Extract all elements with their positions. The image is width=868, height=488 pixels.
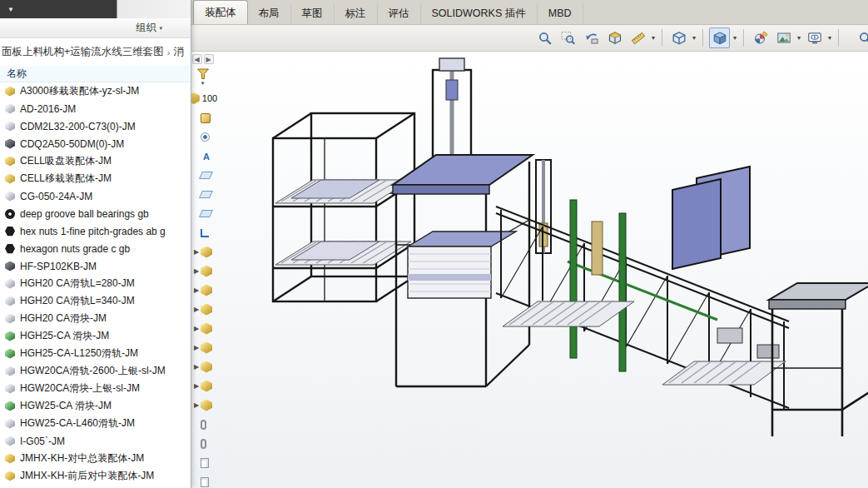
featuremanager-node[interactable]: ▶ xyxy=(193,261,212,281)
zoom-to-area-icon[interactable] xyxy=(558,27,578,48)
tray-stack[interactable] xyxy=(408,232,516,298)
featuremanager-node[interactable]: ▶ xyxy=(193,376,212,396)
organize-button[interactable]: 组织 ▾ xyxy=(136,21,162,35)
expand-arrow-icon[interactable]: ▶ xyxy=(193,248,200,256)
ribbon-tab[interactable]: 布局 xyxy=(248,3,291,24)
featuremanager-node[interactable]: ▶ xyxy=(193,319,212,338)
mid-roller-bed[interactable] xyxy=(503,301,634,326)
featuremanager-node[interactable]: ▶ xyxy=(193,300,212,319)
file-row[interactable]: hexagon nuts grade c gb xyxy=(0,240,191,257)
file-row[interactable]: A3000移栽装配体-yz-sl-JM xyxy=(0,82,191,100)
pane-collapse-left-icon[interactable]: ◀ xyxy=(192,54,202,64)
apply-scene-caret[interactable]: ▾ xyxy=(797,27,801,48)
view-orientation-caret[interactable]: ▾ xyxy=(692,27,696,48)
edit-appearance-icon[interactable] xyxy=(750,27,771,48)
ribbon-tab[interactable]: 标注 xyxy=(335,3,378,24)
file-row[interactable]: JMHX-KH-前后对中装配体-JM xyxy=(0,467,191,485)
featuremanager-node[interactable]: ▶ xyxy=(193,338,212,357)
display-style-icon[interactable] xyxy=(709,27,730,48)
zoom-to-fit-icon[interactable] xyxy=(534,27,555,48)
file-row[interactable]: HGH20 CA滑块-JM xyxy=(0,310,191,327)
caret-down-icon[interactable]: ▾ xyxy=(201,80,205,87)
featuremanager-node[interactable]: ▶ xyxy=(193,357,212,376)
file-row[interactable]: HGW25-CA 滑块-JM xyxy=(0,397,191,415)
ribbon-tab[interactable]: 草图 xyxy=(291,3,335,24)
file-row[interactable]: HF-SP102KB-JM xyxy=(0,257,191,275)
ribbon-tab[interactable]: MBD xyxy=(538,3,583,24)
file-row[interactable]: CDQ2A50-50DM(0)-JM xyxy=(0,135,191,152)
breadcrumb-folder[interactable]: 面板上料机构+运输流水线三维套图 xyxy=(2,45,164,59)
featuremanager-node[interactable]: ▶ xyxy=(193,396,212,415)
file-row[interactable]: CELL吸盘装配体-JM xyxy=(0,152,191,170)
conveyor-box-2[interactable] xyxy=(757,345,779,358)
filter-button[interactable]: ▾ xyxy=(196,68,210,87)
file-row[interactable]: JMHX-KH-对中总装配体-JM xyxy=(0,450,191,467)
file-row[interactable]: HGH25-CA-L1250滑轨-JM xyxy=(0,345,191,362)
file-row[interactable]: I-G05`-JM xyxy=(0,432,191,450)
column-header-name[interactable]: 名称 xyxy=(0,66,191,82)
file-row[interactable]: AD-2016-JM xyxy=(0,100,191,117)
green-post-1[interactable] xyxy=(570,200,577,358)
featuremanager-node[interactable] xyxy=(193,166,212,185)
left-loader-frame[interactable] xyxy=(273,113,414,301)
file-row[interactable]: deep groove ball bearings gb xyxy=(0,205,191,222)
featuremanager-node[interactable] xyxy=(193,472,212,488)
file-row[interactable]: CDM2L32-200-C73(0)-JM xyxy=(0,117,191,135)
breadcrumb[interactable]: 面板上料机构+运输流水线三维套图 › 消 xyxy=(0,38,191,66)
file-row[interactable]: HGH25-CA 滑块-JM xyxy=(0,327,191,345)
featuremanager-node[interactable] xyxy=(193,108,212,127)
expand-arrow-icon[interactable]: ▶ xyxy=(193,325,200,332)
magnifying-glass-icon[interactable] xyxy=(855,27,868,48)
section-view-icon[interactable] xyxy=(604,27,625,48)
file-row[interactable]: HGH20 CA滑轨L=340-JM xyxy=(0,292,191,310)
display-style-caret[interactable]: ▾ xyxy=(733,27,737,48)
featuremanager-node[interactable] xyxy=(193,453,212,472)
featuremanager-node[interactable] xyxy=(193,185,212,204)
right-roller-bed[interactable] xyxy=(662,361,786,385)
ribbon-tab[interactable]: 评估 xyxy=(378,3,421,24)
view-settings-caret[interactable]: ▾ xyxy=(828,27,831,48)
expand-arrow-icon[interactable]: ▶ xyxy=(193,344,200,351)
file-row[interactable]: HGW20CA滑块-上银-sl-JM xyxy=(0,380,191,397)
featuremanager-root-node[interactable]: 100 xyxy=(188,92,217,104)
expand-arrow-icon[interactable]: ▶ xyxy=(193,286,200,294)
featuremanager-node[interactable] xyxy=(193,127,212,147)
featuremanager-node[interactable]: ▶ xyxy=(193,242,212,261)
view-settings-icon[interactable] xyxy=(804,27,825,48)
expand-arrow-icon[interactable]: ▶ xyxy=(193,267,200,275)
expand-arrow-icon[interactable]: ▶ xyxy=(193,306,200,313)
purple-panel-front[interactable] xyxy=(672,179,721,269)
file-row[interactable]: HGW25-CA-L460滑轨-JM xyxy=(0,415,191,432)
apply-scene-icon[interactable] xyxy=(773,27,794,48)
expand-arrow-icon[interactable]: ▶ xyxy=(193,363,200,371)
file-row[interactable]: CELL移栽装配体-JM xyxy=(0,170,191,187)
expand-arrow-icon[interactable]: ▶ xyxy=(193,382,200,390)
file-row[interactable]: HGW20CA滑轨-2600-上银-sl-JM xyxy=(0,362,191,380)
featuremanager-node[interactable] xyxy=(193,415,212,434)
ribbon-tab[interactable]: 装配体 xyxy=(193,0,248,24)
graphics-area[interactable] xyxy=(191,52,868,488)
file-row[interactable]: CG-050-24A-JM xyxy=(0,187,191,205)
lower-roller-shelf[interactable] xyxy=(275,241,411,265)
breadcrumb-next-folder[interactable]: 消 xyxy=(173,45,184,59)
dropdown-caret-icon[interactable]: ▼ xyxy=(7,6,14,13)
file-row[interactable]: HGH20 CA滑轨L=280-JM xyxy=(0,275,191,292)
pane-expand-right-icon[interactable]: ▶ xyxy=(204,54,214,64)
file-row[interactable]: hex nuts 1-fine pitch-grades ab g xyxy=(0,222,191,240)
measure-dropdown-caret[interactable]: ▾ xyxy=(652,27,655,48)
featuremanager-node[interactable] xyxy=(193,223,212,242)
featuremanager-node[interactable]: ▶ xyxy=(193,281,212,300)
conveyor-box-1[interactable] xyxy=(717,328,742,343)
featuremanager-node[interactable] xyxy=(193,204,212,223)
tan-actuator[interactable] xyxy=(592,222,603,275)
green-post-2[interactable] xyxy=(619,213,626,371)
ribbon-tab[interactable]: SOLIDWORKS 插件 xyxy=(421,3,538,24)
view-orientation-icon[interactable] xyxy=(668,27,689,48)
upper-roller-shelf[interactable] xyxy=(275,179,411,203)
previous-view-icon[interactable] xyxy=(581,27,602,48)
measure-icon[interactable] xyxy=(627,27,648,48)
featuremanager-node[interactable]: A xyxy=(193,147,212,166)
featuremanager-node[interactable] xyxy=(193,434,212,453)
assembly-model-3d[interactable] xyxy=(210,52,868,488)
expand-arrow-icon[interactable]: ▶ xyxy=(193,401,200,409)
